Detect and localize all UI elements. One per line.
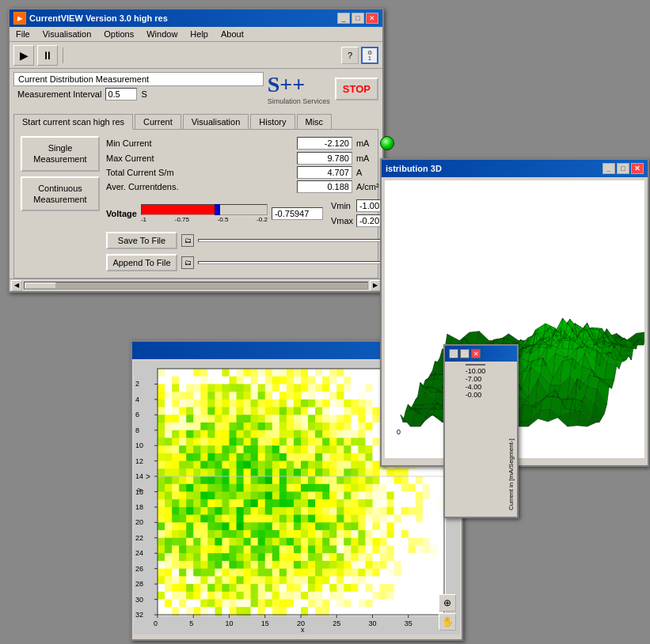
max-current-value[interactable]	[297, 152, 352, 165]
voltage-fill-gray	[217, 205, 267, 214]
vmin-label: Vmin	[331, 201, 353, 210]
menu-window[interactable]: Window	[144, 28, 180, 40]
tick-05: -0.5	[218, 216, 229, 223]
colormap-gradient	[466, 364, 485, 366]
aver-current-value[interactable]	[297, 180, 352, 193]
header-left: Current Distribution Measurement Measure…	[13, 72, 264, 104]
single-measurement-btn[interactable]: SingleMeasurement	[21, 136, 100, 172]
readings-section: Min Current mA Max Current mA Total Curr…	[106, 136, 396, 271]
tick-1: -1	[141, 216, 146, 223]
colormap-content: -10.00 -7.00 -4.00 -0.00 Current in [mA/…	[445, 362, 517, 513]
menu-help[interactable]: Help	[188, 28, 211, 40]
toolbar-extra[interactable]: ⚙1	[361, 47, 378, 64]
voltage-value-input[interactable]	[272, 207, 323, 220]
tab-history[interactable]: History	[250, 114, 295, 130]
dist3d-maximize[interactable]: □	[617, 163, 629, 174]
cm-maximize[interactable]: □	[460, 349, 469, 358]
pause-btn[interactable]: ⏸	[37, 45, 58, 66]
cm-close[interactable]: ✕	[471, 349, 481, 358]
append-file-row: Append To File 🗂	[106, 254, 396, 271]
label-7: -7.00	[466, 375, 486, 383]
meas-label: Current Distribution Measurement	[13, 72, 264, 86]
menu-about[interactable]: About	[219, 28, 246, 40]
save-file-row: Save To File 🗂	[106, 232, 396, 249]
append-file-path[interactable]	[198, 261, 396, 264]
scroll-track[interactable]	[24, 282, 368, 290]
main-window: ▶ CurrentVIEW Version 3.0 high res _ □ ✕…	[8, 8, 384, 293]
voltage-label: Voltage	[106, 209, 137, 218]
dist3d-minimize[interactable]: _	[602, 163, 615, 174]
append-to-file-btn[interactable]: Append To File	[106, 254, 177, 271]
status-indicator	[380, 136, 394, 150]
colormap-labels: -10.00 -7.00 -4.00 -0.00	[466, 367, 486, 399]
spp-logo-area: S++ Simulation Services	[268, 72, 330, 105]
dist3d-title-bar: istribution 3D _ □ ✕	[382, 160, 648, 177]
meas-buttons: SingleMeasurement ContinuousMeasurement	[21, 136, 100, 271]
min-current-value[interactable]	[297, 137, 352, 150]
colormap-axis-label: Current in [mA/Segment-]	[507, 364, 515, 510]
toolbar-right: ? ⚙1	[341, 47, 378, 64]
stop-button[interactable]: STOP	[335, 78, 378, 100]
voltage-thumb[interactable]	[215, 204, 220, 215]
pan-btn[interactable]: ✋	[439, 613, 456, 631]
tab-current[interactable]: Current	[135, 114, 181, 130]
menu-file[interactable]: File	[13, 28, 32, 40]
menu-visualisation[interactable]: Visualisation	[40, 28, 94, 40]
play-btn[interactable]: ▶	[13, 45, 34, 66]
aver-current-label: Aver. Currentdens.	[106, 182, 293, 191]
main-title: CurrentVIEW Version 3.0 high res	[29, 13, 168, 23]
help-btn[interactable]: ?	[341, 47, 359, 64]
continuous-measurement-btn[interactable]: ContinuousMeasurement	[21, 176, 100, 212]
dist3d-controls[interactable]: _ □ ✕	[602, 163, 644, 174]
readings-grid: Min Current mA Max Current mA Total Curr…	[106, 136, 396, 193]
spp-sub: Simulation Services	[268, 97, 330, 105]
max-current-label: Max Current	[106, 153, 293, 163]
logo-stop-area: S++ Simulation Services STOP	[268, 72, 378, 105]
close-btn[interactable]: ✕	[366, 13, 378, 24]
total-current-value1[interactable]	[297, 166, 352, 179]
header-section: Current Distribution Measurement Measure…	[10, 69, 382, 108]
aver-current-unit: A/cm²	[356, 182, 376, 191]
cm-minimize[interactable]: _	[449, 349, 458, 358]
interval-input[interactable]	[105, 88, 137, 100]
tab-content: SingleMeasurement ContinuousMeasurement …	[13, 129, 378, 278]
interval-row: Measurement Interval S	[13, 86, 264, 104]
label-10: -10.00	[466, 367, 486, 375]
colormap-title-bar: _ □ ✕	[445, 346, 517, 362]
label-0: -0.00	[466, 391, 486, 399]
map2d-toolbar: ⊕ ✋	[439, 594, 456, 631]
scroll-right-btn[interactable]: ▶	[370, 280, 381, 291]
save-to-file-btn[interactable]: Save To File	[106, 232, 177, 249]
spp-logo: S++	[268, 72, 330, 97]
main-title-controls[interactable]: _ □ ✕	[337, 13, 378, 24]
voltage-slider-wrapper: -1 -0.75 -0.5 -0.2	[141, 204, 268, 223]
menu-options[interactable]: Options	[101, 28, 136, 40]
maximize-btn[interactable]: □	[352, 13, 364, 24]
vmax-label: Vmax	[331, 216, 353, 225]
voltage-ticks: -1 -0.75 -0.5 -0.2	[141, 216, 268, 223]
voltage-row: Voltage -1 -0.75 -0.5 -0.2	[106, 199, 396, 227]
tab-visualisation[interactable]: Visualisation	[183, 114, 249, 130]
min-current-label: Min Current	[106, 138, 293, 148]
tab-misc[interactable]: Misc	[297, 114, 333, 130]
total-current-label: Total Current S/m	[106, 168, 293, 177]
save-file-icon: 🗂	[181, 234, 194, 247]
interval-label: Measurement Interval	[17, 89, 101, 99]
scroll-left-btn[interactable]: ◀	[11, 280, 22, 291]
tabs-row: Start current scan high res Current Visu…	[13, 113, 378, 129]
voltage-track[interactable]	[141, 204, 268, 215]
max-current-unit: mA	[356, 153, 376, 163]
toolbar: ▶ ⏸ ? ⚙1	[10, 42, 382, 69]
colormap-controls[interactable]: _ □ ✕	[449, 349, 481, 358]
dist3d-close[interactable]: ✕	[631, 163, 644, 174]
tick-075: -0.75	[175, 216, 189, 223]
colormap-window: _ □ ✕ -10.00 -7.00 -4.00 -0.00 Current i…	[443, 344, 519, 518]
zoom-btn[interactable]: ⊕	[439, 594, 456, 612]
interval-unit: S	[141, 89, 146, 99]
scroll-thumb[interactable]	[25, 282, 56, 289]
toolbar-separator	[63, 47, 63, 63]
save-file-path[interactable]	[198, 239, 396, 242]
colormap-inner: -10.00 -7.00 -4.00 -0.00	[447, 364, 504, 510]
minimize-btn[interactable]: _	[337, 13, 350, 24]
tab-start-current-scan[interactable]: Start current scan high res	[13, 114, 133, 130]
